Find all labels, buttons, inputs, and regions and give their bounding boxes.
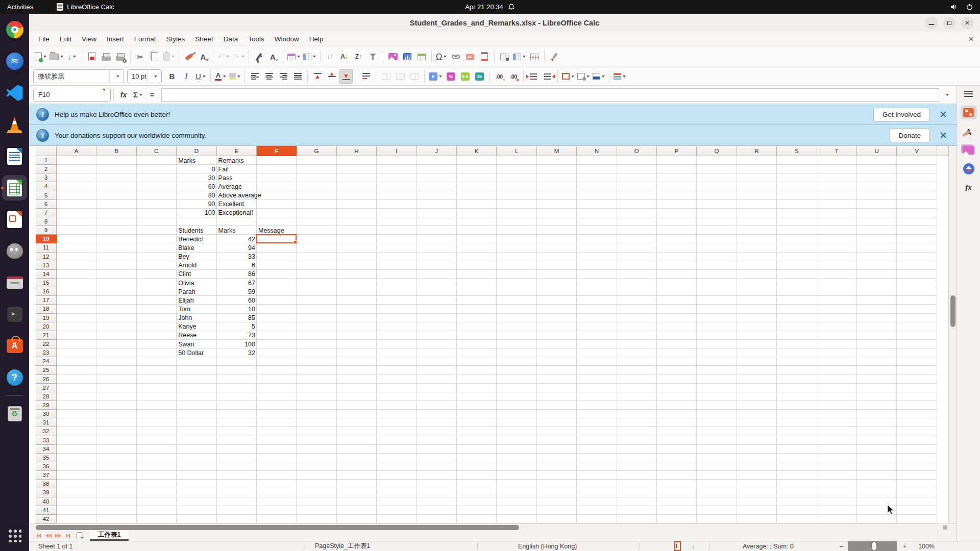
dock-item-trash[interactable]: ♻ — [0, 398, 29, 430]
menu-styles[interactable]: Styles — [161, 34, 190, 44]
row-header-20[interactable]: 20 — [36, 322, 57, 331]
cell-E19[interactable]: 85 — [217, 314, 257, 322]
menu-edit[interactable]: Edit — [55, 34, 77, 44]
next-sheet-button[interactable] — [53, 531, 63, 541]
highlighting-color-button[interactable] — [228, 69, 241, 84]
row-header-26[interactable]: 26 — [36, 375, 57, 384]
column-header-O[interactable]: O — [617, 146, 657, 156]
select-all-corner[interactable] — [36, 146, 57, 156]
row-header-16[interactable]: 16 — [36, 287, 57, 296]
dock-item-libreoffice-writer[interactable] — [0, 140, 29, 172]
column-header-Q[interactable]: Q — [697, 146, 737, 156]
unmerge-cells-button[interactable] — [408, 69, 421, 84]
row-header-17[interactable]: 17 — [36, 296, 57, 305]
row-header-19[interactable]: 19 — [36, 314, 57, 322]
function-wizard-button[interactable]: fx — [117, 88, 130, 102]
row-header-6[interactable]: 6 — [36, 200, 57, 209]
row-header-28[interactable]: 28 — [36, 392, 57, 401]
column-header-G[interactable]: G — [297, 146, 336, 156]
grid-canvas[interactable]: ABCDEFGHIJKLMNOPQRSTUV123456789101112131… — [29, 146, 957, 523]
align-left-button[interactable] — [248, 69, 261, 84]
underline-button[interactable]: U — [194, 69, 207, 84]
cell-D18[interactable]: Tom — [177, 305, 216, 313]
column-header-K[interactable]: K — [457, 146, 497, 156]
horizontal-scrollbar[interactable] — [29, 523, 957, 531]
expand-formula-bar-button[interactable] — [940, 88, 953, 102]
split-handle[interactable] — [943, 525, 947, 530]
freeze-rows-columns-button[interactable] — [512, 49, 527, 64]
spreadsheet-area[interactable]: ABCDEFGHIJKLMNOPQRSTUV123456789101112131… — [29, 146, 957, 523]
wrap-text-button[interactable] — [359, 69, 373, 84]
clock[interactable]: Apr 21 20:34 — [465, 3, 503, 11]
increase-indent-button[interactable] — [527, 69, 540, 84]
font-color-button[interactable]: A — [214, 69, 227, 84]
conditional-formatting-button[interactable] — [612, 69, 627, 84]
row-header-13[interactable]: 13 — [36, 261, 57, 270]
cell-E16[interactable]: 59 — [217, 287, 257, 296]
sidebar-navigator-icon[interactable] — [963, 163, 974, 174]
copy-button[interactable] — [148, 49, 161, 64]
cell-D14[interactable]: Clint — [177, 270, 216, 279]
split-window-button[interactable] — [528, 49, 541, 64]
font-name-combo[interactable]: 微软雅黑 — [33, 69, 124, 83]
clear-formatting-button[interactable]: A✕ — [197, 49, 210, 64]
dock-item-vscode[interactable] — [0, 77, 29, 109]
dock-item-libreoffice-impress[interactable] — [0, 204, 29, 235]
column-header-B[interactable]: B — [96, 146, 136, 156]
row-header-36[interactable]: 36 — [36, 462, 57, 471]
column-header-J[interactable]: J — [417, 146, 457, 156]
menu-tools[interactable]: Tools — [243, 34, 270, 44]
menu-data[interactable]: Data — [218, 34, 243, 44]
row-header-15[interactable]: 15 — [36, 279, 57, 287]
cell-D12[interactable]: Bey — [177, 253, 216, 261]
insert-image-button[interactable] — [386, 49, 400, 64]
special-character-button[interactable]: Ω — [435, 49, 448, 64]
cell-E9[interactable]: Marks — [217, 226, 257, 235]
row-header-42[interactable]: 42 — [36, 515, 57, 523]
border-style-button[interactable] — [576, 69, 591, 84]
menu-format[interactable]: Format — [129, 34, 161, 44]
menu-window[interactable]: Window — [270, 34, 304, 44]
menu-help[interactable]: Help — [304, 34, 329, 44]
merge-and-center-button[interactable] — [379, 69, 393, 84]
cell-D7[interactable]: 100 — [177, 209, 216, 217]
decrease-indent-button[interactable] — [541, 69, 554, 84]
cell-E10[interactable]: 42 — [217, 235, 257, 243]
last-sheet-button[interactable] — [63, 531, 72, 541]
delete-decimal-place-button[interactable]: .00✕ — [507, 69, 520, 84]
row-header-40[interactable]: 40 — [36, 497, 57, 506]
row-header-35[interactable]: 35 — [36, 454, 57, 462]
row-header-27[interactable]: 27 — [36, 384, 57, 392]
cell-E21[interactable]: 73 — [217, 331, 257, 340]
align-right-button[interactable] — [277, 69, 290, 84]
print-preview-button[interactable] — [114, 49, 127, 64]
language-status[interactable]: English (Hong Kong) — [518, 541, 577, 551]
first-sheet-button[interactable] — [34, 531, 43, 541]
menu-sheet[interactable]: Sheet — [190, 34, 218, 44]
cell-D11[interactable]: Blake — [177, 243, 216, 252]
row-header-4[interactable]: 4 — [36, 182, 57, 191]
row-header-24[interactable]: 24 — [36, 357, 57, 366]
cell-E6[interactable]: Excellent — [217, 200, 257, 209]
row-header-10[interactable]: 10 — [36, 235, 57, 243]
menu-insert[interactable]: Insert — [102, 34, 129, 44]
dock-item-help[interactable]: ? — [0, 362, 29, 393]
format-number-button[interactable]: 0.0 — [458, 69, 472, 84]
format-currency-button[interactable]: 0 — [428, 69, 443, 84]
sidebar-properties-icon[interactable] — [961, 106, 977, 119]
cell-E14[interactable]: 86 — [217, 270, 257, 279]
borders-button[interactable] — [561, 69, 575, 84]
row-header-21[interactable]: 21 — [36, 331, 57, 340]
row-header-1[interactable]: 1 — [36, 156, 57, 165]
cell-D21[interactable]: Reese — [177, 331, 216, 340]
cell-D10[interactable]: Benedict — [177, 235, 216, 243]
dock-item-vlc[interactable] — [0, 109, 29, 140]
donate-button[interactable]: Donate — [890, 129, 930, 142]
cell-D6[interactable]: 90 — [177, 200, 216, 209]
column-header-N[interactable]: N — [577, 146, 617, 156]
column-header-S[interactable]: S — [777, 146, 817, 156]
row-header-7[interactable]: 7 — [36, 209, 57, 217]
row-header-8[interactable]: 8 — [36, 217, 57, 226]
close-button[interactable]: ✕ — [961, 17, 973, 29]
row-header-9[interactable]: 9 — [36, 226, 57, 235]
